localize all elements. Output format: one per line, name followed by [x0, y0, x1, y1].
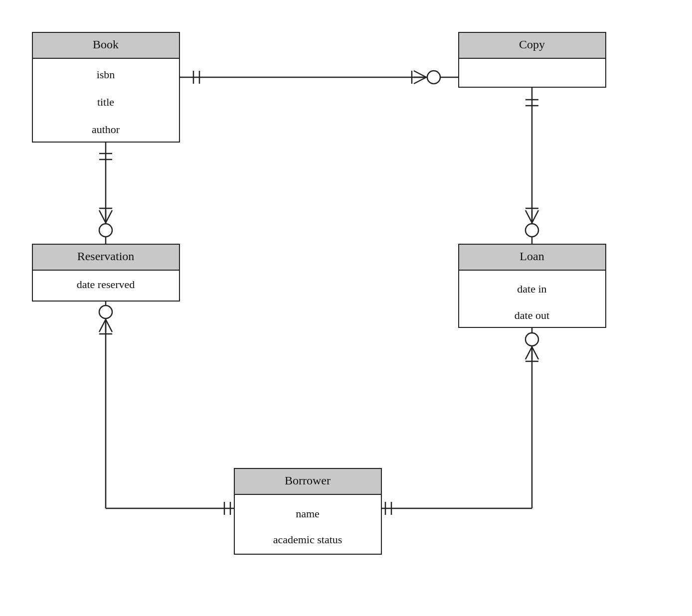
borrower-entity: Borrower name academic status	[234, 468, 381, 554]
copy-loan-connector	[525, 87, 538, 244]
svg-line-14	[106, 210, 112, 223]
reservation-title: Reservation	[77, 250, 135, 263]
loan-entity: Loan date in date out	[459, 244, 606, 327]
svg-line-4	[414, 71, 426, 77]
book-reservation-connector	[99, 141, 112, 244]
book-copy-connector	[179, 71, 459, 84]
svg-point-11	[99, 224, 112, 237]
svg-point-35	[525, 333, 538, 346]
reservation-attr-date: date reserved	[77, 278, 135, 291]
reservation-entity: Reservation date reserved	[32, 244, 179, 301]
svg-point-3	[427, 71, 440, 84]
borrower-attr-name: name	[296, 507, 320, 520]
borrower-title: Borrower	[285, 474, 331, 487]
erd-diagram: Book isbn title author Copy Reservation …	[0, 0, 692, 616]
svg-point-19	[525, 224, 538, 237]
reservation-borrower-connector	[99, 299, 234, 515]
book-attr-title: title	[97, 96, 114, 108]
book-attr-isbn: isbn	[97, 68, 115, 81]
svg-line-36	[525, 347, 532, 359]
svg-line-12	[99, 210, 106, 223]
loan-borrower-connector	[381, 326, 538, 515]
copy-entity: Copy	[459, 32, 606, 87]
svg-line-27	[99, 319, 106, 332]
book-title: Book	[93, 38, 119, 51]
copy-title: Copy	[519, 38, 545, 51]
svg-line-22	[532, 210, 538, 223]
borrower-attr-academic: academic status	[273, 533, 343, 546]
svg-line-6	[414, 77, 426, 84]
svg-line-29	[106, 319, 112, 332]
loan-attr-dateout: date out	[515, 309, 549, 321]
loan-title: Loan	[519, 250, 544, 263]
loan-attr-datein: date in	[517, 283, 546, 295]
svg-line-38	[532, 347, 538, 359]
svg-point-26	[99, 306, 112, 318]
book-attr-author: author	[92, 123, 120, 136]
book-entity: Book isbn title author	[32, 32, 179, 142]
copy-body	[459, 58, 606, 87]
svg-line-20	[525, 210, 532, 223]
